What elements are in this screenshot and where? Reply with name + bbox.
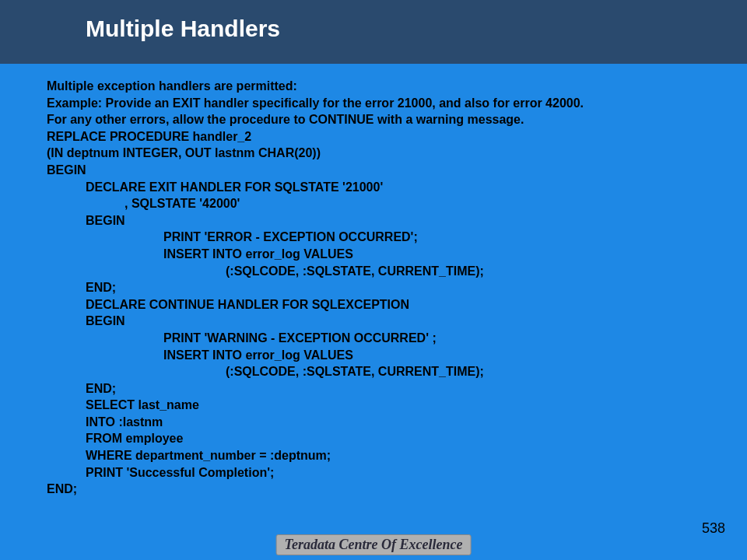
code-line: (:SQLCODE, :SQLSTATE, CURRENT_TIME); — [47, 263, 747, 280]
code-line: END; — [47, 380, 747, 397]
code-line: BEGIN — [47, 212, 747, 229]
slide-title: Multiple Handlers — [86, 16, 747, 42]
code-line: REPLACE PROCEDURE handler_2 — [47, 128, 747, 145]
code-line: PRINT 'ERROR - EXCEPTION OCCURRED'; — [47, 229, 747, 246]
code-line: PRINT 'WARNING - EXCEPTION OCCURRED' ; — [47, 330, 747, 347]
code-line: END; — [47, 481, 747, 498]
code-line: BEGIN — [47, 162, 747, 179]
code-line: DECLARE CONTINUE HANDLER FOR SQLEXCEPTIO… — [47, 296, 747, 313]
page-number: 538 — [702, 520, 725, 537]
intro-line: For any other errors, allow the procedur… — [47, 111, 747, 128]
intro-line: Multiple exception handlers are permitte… — [47, 78, 747, 95]
code-line: PRINT 'Successful Completion'; — [47, 464, 747, 481]
code-line: , SQLSTATE '42000' — [47, 195, 747, 212]
code-line: BEGIN — [47, 313, 747, 330]
code-line: INSERT INTO error_log VALUES — [47, 246, 747, 263]
code-line: (IN deptnum INTEGER, OUT lastnm CHAR(20)… — [47, 145, 747, 162]
slide-header: Multiple Handlers — [0, 0, 747, 64]
code-line: WHERE department_number = :deptnum; — [47, 447, 747, 464]
code-line: SELECT last_name — [47, 397, 747, 414]
slide-content: Multiple exception handlers are permitte… — [0, 64, 747, 498]
footer-logo: Teradata Centre Of Excellence — [276, 534, 472, 555]
code-line: (:SQLCODE, :SQLSTATE, CURRENT_TIME); — [47, 363, 747, 380]
code-line: INSERT INTO error_log VALUES — [47, 347, 747, 364]
code-line: FROM employee — [47, 430, 747, 447]
code-line: DECLARE EXIT HANDLER FOR SQLSTATE '21000… — [47, 179, 747, 196]
code-line: INTO :lastnm — [47, 414, 747, 431]
intro-line: Example: Provide an EXIT handler specifi… — [47, 95, 747, 112]
code-line: END; — [47, 279, 747, 296]
